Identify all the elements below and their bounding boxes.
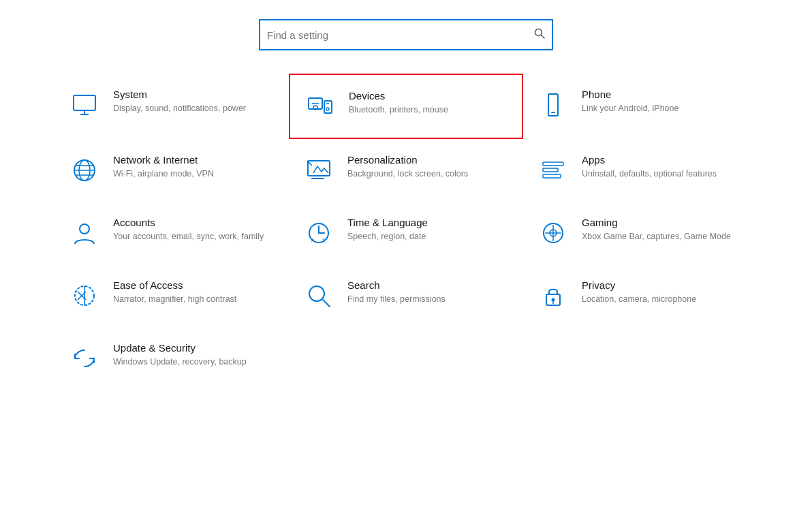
setting-title-search: Search [347,279,446,291]
search-icon [534,28,545,42]
setting-item-search[interactable]: Search Find my files, permissions [289,264,523,327]
setting-text-accounts: Accounts Your accounts, email, sync, wor… [113,217,264,243]
search-bar[interactable] [259,19,553,50]
setting-desc-ease: Narrator, magnifier, high contrast [113,294,236,306]
setting-title-phone: Phone [582,89,678,100]
setting-item-apps[interactable]: Apps Uninstall, defaults, optional featu… [523,139,758,202]
setting-item-update[interactable]: Update & Security Windows Update, recove… [54,327,289,390]
apps-icon [537,154,569,187]
setting-title-personalization: Personalization [347,154,468,166]
svg-point-36 [309,286,324,301]
setting-text-network: Network & Internet Wi-Fi, airplane mode,… [113,154,214,181]
setting-title-apps: Apps [582,154,717,166]
setting-text-ease: Ease of Access Narrator, magnifier, high… [113,279,236,306]
setting-title-gaming: Gaming [582,217,731,228]
personalization-icon [302,154,335,187]
svg-rect-22 [543,168,558,172]
svg-line-1 [542,35,545,39]
setting-text-phone: Phone Link your Android, iPhone [582,89,678,115]
setting-title-network: Network & Internet [113,154,214,166]
setting-desc-update: Windows Update, recovery, backup [113,356,247,369]
setting-title-system: System [113,89,246,100]
svg-rect-23 [543,174,561,178]
svg-line-37 [323,300,330,307]
setting-item-privacy[interactable]: Privacy Location, camera, microphone [523,264,758,327]
setting-desc-gaming: Xbox Game Bar, captures, Game Mode [582,231,731,243]
svg-rect-2 [74,95,95,110]
accounts-icon [68,217,101,249]
svg-point-39 [552,298,555,302]
setting-title-accounts: Accounts [113,217,264,228]
setting-text-privacy: Privacy Location, camera, microphone [582,279,696,306]
setting-desc-search: Find my files, permissions [347,294,446,306]
svg-point-24 [80,224,89,234]
svg-text:A: A [311,238,315,243]
settings-grid: System Display, sound, notifications, po… [0,67,812,397]
setting-title-devices: Devices [349,90,448,102]
phone-icon [537,89,569,121]
setting-item-system[interactable]: System Display, sound, notifications, po… [54,74,289,139]
setting-desc-time: Speech, region, date [347,231,428,243]
setting-title-privacy: Privacy [582,279,696,291]
setting-desc-apps: Uninstall, defaults, optional features [582,168,717,181]
setting-desc-system: Display, sound, notifications, power [113,103,246,115]
setting-item-gaming[interactable]: Gaming Xbox Game Bar, captures, Game Mod… [523,202,758,264]
setting-item-phone[interactable]: Phone Link your Android, iPhone [523,74,758,139]
devices-icon [304,90,337,123]
setting-item-personalization[interactable]: Personalization Background, lock screen,… [289,139,523,202]
setting-desc-personalization: Background, lock screen, colors [347,168,468,181]
setting-title-time: Time & Language [347,217,428,228]
setting-item-ease[interactable]: Ease of Access Narrator, magnifier, high… [54,264,289,327]
time-icon: A 文 [302,217,335,249]
setting-text-system: System Display, sound, notifications, po… [113,89,246,115]
setting-title-ease: Ease of Access [113,279,236,291]
setting-item-network[interactable]: Network & Internet Wi-Fi, airplane mode,… [54,139,289,202]
setting-title-update: Update & Security [113,342,247,354]
svg-rect-21 [543,162,563,166]
setting-item-time[interactable]: A 文 Time & Language Speech, region, date [289,202,523,264]
setting-text-update: Update & Security Windows Update, recove… [113,342,247,369]
setting-desc-network: Wi-Fi, airplane mode, VPN [113,168,214,181]
search-setting-icon [302,279,335,312]
setting-desc-privacy: Location, camera, microphone [582,294,696,306]
search-input[interactable] [267,29,534,41]
setting-desc-devices: Bluetooth, printers, mouse [349,104,448,117]
setting-text-devices: Devices Bluetooth, printers, mouse [349,90,448,117]
network-icon [68,154,101,187]
ease-icon [68,279,101,312]
privacy-icon [537,279,569,312]
update-icon [68,342,101,375]
svg-point-8 [326,108,329,110]
setting-desc-accounts: Your accounts, email, sync, work, family [113,231,264,243]
svg-text:文: 文 [322,238,326,243]
setting-text-gaming: Gaming Xbox Game Bar, captures, Game Mod… [582,217,731,243]
svg-rect-6 [324,101,332,113]
setting-text-apps: Apps Uninstall, defaults, optional featu… [582,154,717,181]
system-icon [68,89,101,121]
setting-item-accounts[interactable]: Accounts Your accounts, email, sync, wor… [54,202,289,264]
setting-desc-phone: Link your Android, iPhone [582,103,678,115]
gaming-icon [537,217,569,249]
setting-item-devices[interactable]: Devices Bluetooth, printers, mouse [289,74,523,139]
setting-text-search: Search Find my files, permissions [347,279,446,306]
setting-text-personalization: Personalization Background, lock screen,… [347,154,468,181]
setting-text-time: Time & Language Speech, region, date [347,217,428,243]
